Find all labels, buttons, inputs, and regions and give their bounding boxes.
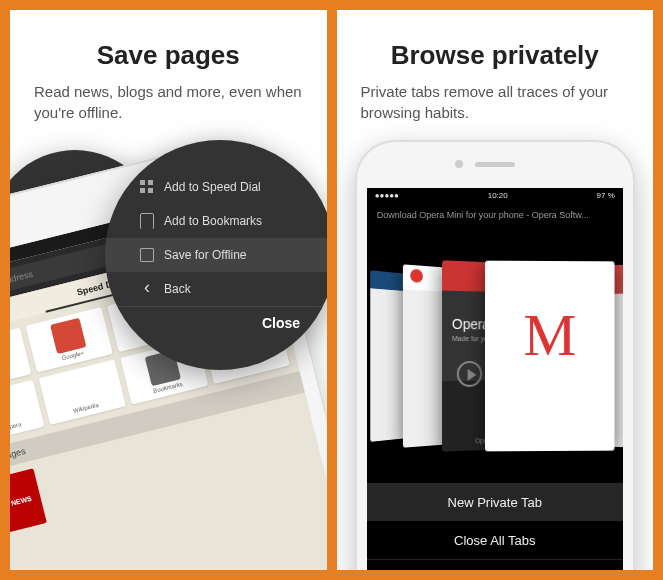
close-all-tabs-button[interactable]: Close All Tabs xyxy=(367,521,623,559)
panel-tagline: Private tabs remove all traces of your b… xyxy=(361,81,630,123)
speed-dial-tile[interactable]: Wikipedia xyxy=(38,360,126,426)
saved-page-tile[interactable]: BBC NEWS xyxy=(10,468,47,536)
status-time: 10:20 xyxy=(488,191,508,200)
app-store-screenshots: Save pages Read news, blogs and more, ev… xyxy=(0,0,663,580)
status-battery: 97 % xyxy=(597,191,615,200)
menu-close[interactable]: Close xyxy=(105,306,327,339)
panel-save-pages: Save pages Read news, blogs and more, ev… xyxy=(10,10,327,570)
grid-icon xyxy=(140,180,154,194)
panel-browse-privately: Browse privately Private tabs remove all… xyxy=(337,10,654,570)
bookmark-icon xyxy=(140,213,154,229)
panel-title: Browse privately xyxy=(361,40,630,71)
signal-dots: ●●●●● xyxy=(375,191,399,200)
play-icon xyxy=(457,360,482,386)
earpiece xyxy=(475,162,515,167)
page-icon xyxy=(140,248,154,262)
status-bar: ●●●●● 10:20 97 % xyxy=(367,188,623,202)
page-title-bar: Download Opera Mini for your phone - Ope… xyxy=(367,202,623,228)
panel-tagline: Read news, blogs and more, even when you… xyxy=(34,81,303,123)
card-title: Opera xyxy=(452,315,490,331)
gmail-icon: M xyxy=(485,260,615,369)
new-private-tab-button[interactable]: New Private Tab xyxy=(367,483,623,521)
back-icon xyxy=(140,282,154,296)
panel-title: Save pages xyxy=(34,40,303,71)
phone-mockup-right: ●●●●● 10:20 97 % Download Opera Mini for… xyxy=(355,140,635,570)
tab-card-gmail[interactable]: M xyxy=(485,260,615,451)
menu-bookmarks[interactable]: Add to Bookmarks xyxy=(105,204,327,238)
tab-carousel[interactable]: Opera Made for your Opera Mini is one of… xyxy=(367,228,623,483)
context-menu-large: Add to Speed Dial Add to Bookmarks Save … xyxy=(105,140,327,370)
front-camera xyxy=(455,160,463,168)
menu-back[interactable]: Back xyxy=(105,272,327,306)
cancel-button[interactable]: Cancel xyxy=(367,559,623,570)
menu-save-offline[interactable]: Save for Offline xyxy=(105,238,327,272)
menu-speed-dial[interactable]: Add to Speed Dial xyxy=(105,170,327,204)
